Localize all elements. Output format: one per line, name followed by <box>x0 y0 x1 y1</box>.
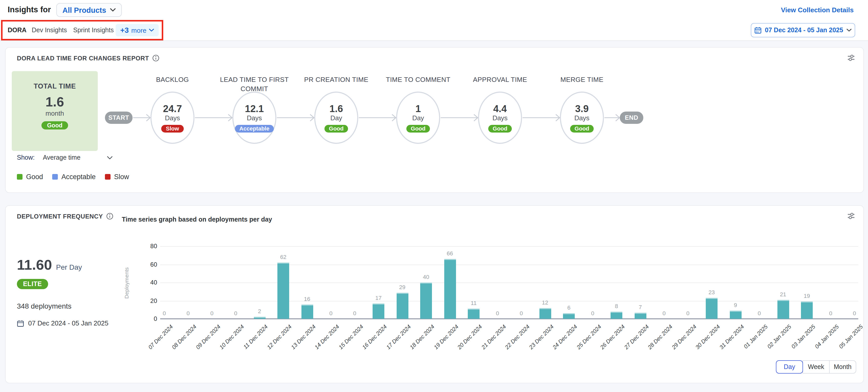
chevron-down-icon <box>149 29 154 32</box>
stage-value: 3.9 <box>575 103 589 114</box>
x-axis-label: 18 Dec 2024 <box>409 324 436 350</box>
stage-label-5: APPROVAL TIME <box>462 75 538 85</box>
legend-swatch-acceptable <box>52 174 58 180</box>
tab-dora[interactable]: DORA <box>8 20 27 40</box>
stage-label-2: LEAD TIME TO FIRST COMMIT <box>216 75 293 94</box>
stage-unit: Days <box>574 114 589 122</box>
stage-value: 1 <box>415 103 421 114</box>
chevron-down-icon <box>110 8 116 12</box>
bar-03 Jan 2025 <box>801 302 813 319</box>
x-axis-label: 26 Dec 2024 <box>599 324 626 350</box>
lead-time-flow: START END BACKLOG24.7DaysSlowLEAD TIME T… <box>6 48 863 192</box>
bar-value-label: 0 <box>511 310 531 316</box>
x-axis-label: 09 Dec 2024 <box>194 324 221 350</box>
active-tab-underline <box>6 39 27 40</box>
tabs-more-word: more <box>131 26 146 34</box>
stage-value: 1.6 <box>330 103 343 114</box>
tab-dev-insights[interactable]: Dev Insights <box>32 20 67 40</box>
deployment-frequency-card: DEPLOYMENT FREQUENCY Time series graph b… <box>5 205 864 383</box>
granularity-week-button[interactable]: Week <box>803 360 830 373</box>
x-axis-label: 12 Dec 2024 <box>266 324 293 350</box>
bar-value-label: 62 <box>273 254 293 260</box>
tab-sprint-insights[interactable]: Sprint Insights <box>73 20 114 40</box>
stage-status-badge: Good <box>488 125 512 132</box>
x-axis-label: 04 Jan 2025 <box>814 324 840 350</box>
stage-value: 12.1 <box>245 103 264 114</box>
bar-value-label: 0 <box>225 310 246 316</box>
bar-value-label: 19 <box>797 293 817 299</box>
bar-value-label: 17 <box>368 295 389 301</box>
deployments-bar-chart: 020406080Deployments007 Dec 2024008 Dec … <box>6 206 863 383</box>
bar-16 Dec 2024 <box>373 303 384 319</box>
bar-value-label: 21 <box>773 291 793 297</box>
granularity-day-button[interactable]: Day <box>776 360 803 373</box>
show-selector[interactable]: Show: Average time <box>17 154 113 161</box>
bar-20 Dec 2024 <box>468 309 479 319</box>
stage-label-1: BACKLOG <box>134 75 211 85</box>
gridline-20 <box>160 301 858 301</box>
stage-node-5: 4.4DaysGood <box>478 92 522 144</box>
bar-value-label: 7 <box>630 304 650 310</box>
stage-status-badge: Acceptable <box>235 125 274 132</box>
bar-value-label: 0 <box>178 310 198 316</box>
x-axis-label: 11 Dec 2024 <box>242 324 269 350</box>
legend-item-slow: Slow <box>105 173 129 181</box>
x-axis-label: 30 Dec 2024 <box>694 324 721 350</box>
tabs-more-dropdown[interactable]: +3 more <box>116 24 159 36</box>
bar-value-label: 0 <box>321 310 341 316</box>
view-collection-details-link[interactable]: View Collection Details <box>781 6 854 14</box>
x-axis-label: 28 Dec 2024 <box>647 324 674 350</box>
bar-30 Dec 2024 <box>706 298 717 319</box>
top-header: Insights for All Products View Collectio… <box>0 0 868 21</box>
x-axis-label: 25 Dec 2024 <box>575 324 602 350</box>
stage-label-4: TIME TO COMMENT <box>380 75 457 85</box>
bar-12 Dec 2024 <box>277 263 289 319</box>
flow-end-pill: END <box>620 112 643 124</box>
bar-value-label: 66 <box>440 250 460 257</box>
x-axis-label: 01 Jan 2025 <box>742 324 769 350</box>
stage-unit: Days <box>247 114 262 122</box>
gridline-80 <box>160 246 858 247</box>
bar-value-label: 0 <box>654 310 674 316</box>
stage-label-6: MERGE TIME <box>544 75 620 85</box>
stage-value: 4.4 <box>493 103 507 114</box>
x-axis-label: 17 Dec 2024 <box>385 324 412 350</box>
granularity-month-button[interactable]: Month <box>829 360 856 373</box>
show-value: Average time <box>43 154 81 161</box>
bar-value-label: 0 <box>749 310 770 316</box>
bar-31 Dec 2024 <box>730 311 741 319</box>
product-selector-value: All Products <box>62 6 106 14</box>
granularity-toggle: Day Week Month <box>776 360 856 373</box>
bar-value-label: 6 <box>559 305 579 311</box>
bar-value-label: 16 <box>297 296 317 302</box>
bar-value-label: 0 <box>487 310 508 316</box>
product-selector-dropdown[interactable]: All Products <box>56 3 122 17</box>
date-range-picker[interactable]: 07 Dec 2024 - 05 Jan 2025 <box>751 23 855 37</box>
page-title: Insights for <box>8 5 51 14</box>
bar-value-label: 12 <box>535 299 555 305</box>
stage-unit: Days <box>492 114 507 122</box>
bar-17 Dec 2024 <box>396 293 408 319</box>
bar-13 Dec 2024 <box>301 304 313 319</box>
stage-value: 24.7 <box>163 103 182 114</box>
x-axis-label: 15 Dec 2024 <box>337 324 364 350</box>
x-axis-label: 20 Dec 2024 <box>456 324 483 350</box>
x-axis-label: 19 Dec 2024 <box>432 324 459 350</box>
stage-unit: Days <box>165 114 180 122</box>
stage-status-badge: Good <box>570 125 594 132</box>
chevron-down-icon <box>107 156 113 159</box>
y-axis-tick-60: 60 <box>132 260 157 268</box>
bar-value-label: 0 <box>154 310 175 316</box>
x-axis-label: 07 Dec 2024 <box>147 324 174 350</box>
bar-value-label: 0 <box>582 310 603 316</box>
x-axis-label: 10 Dec 2024 <box>218 324 245 350</box>
x-axis-label: 08 Dec 2024 <box>171 324 197 350</box>
stage-unit: Day <box>330 114 342 122</box>
stage-status-badge: Slow <box>161 125 184 132</box>
tabs-bar: DORA Dev Insights Sprint Insights +3 mor… <box>0 20 868 41</box>
bar-27 Dec 2024 <box>634 312 646 319</box>
legend-label-good: Good <box>26 173 43 181</box>
status-legend: Good Acceptable Slow <box>17 173 129 181</box>
dashboard: Insights for All Products View Collectio… <box>0 0 868 392</box>
bar-value-label: 8 <box>606 303 627 309</box>
